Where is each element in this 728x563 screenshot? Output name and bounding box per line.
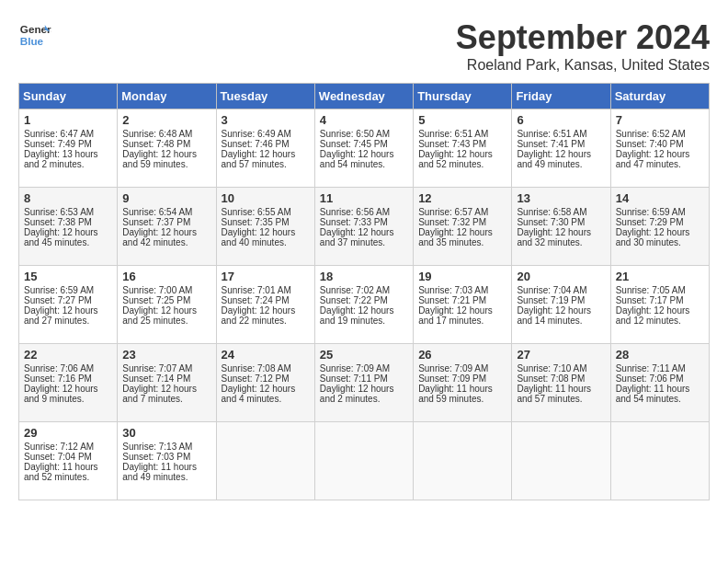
day-number: 21 xyxy=(616,270,704,283)
calendar-week: 22Sunrise: 7:06 AMSunset: 7:16 PMDayligh… xyxy=(19,344,710,422)
day-info: and 2 minutes. xyxy=(24,159,112,169)
day-info: Daylight: 12 hours xyxy=(320,305,408,316)
day-info: and 22 minutes. xyxy=(222,316,310,326)
day-info: Daylight: 12 hours xyxy=(517,305,605,316)
day-info: Sunset: 7:09 PM xyxy=(418,373,506,384)
day-info: Sunset: 7:40 PM xyxy=(616,139,704,149)
weekday-header: Thursday xyxy=(414,84,512,109)
day-number: 6 xyxy=(517,113,605,127)
weekday-header: Sunday xyxy=(19,84,118,109)
calendar-week: 8Sunrise: 6:53 AMSunset: 7:38 PMDaylight… xyxy=(19,188,710,266)
location-title: Roeland Park, Kansas, United States xyxy=(456,57,710,74)
day-info: Daylight: 12 hours xyxy=(616,227,704,237)
day-number: 13 xyxy=(517,191,605,205)
day-number: 16 xyxy=(122,270,210,283)
logo-icon: General Blue xyxy=(18,18,51,52)
day-number: 22 xyxy=(24,348,112,362)
weekday-header: Friday xyxy=(512,84,610,109)
day-info: Sunset: 7:29 PM xyxy=(616,217,704,227)
day-info: Daylight: 11 hours xyxy=(122,462,210,472)
day-info: Sunrise: 7:01 AM xyxy=(222,285,310,295)
day-info: Daylight: 12 hours xyxy=(616,305,704,316)
day-info: Sunrise: 6:51 AM xyxy=(517,129,605,139)
calendar-day: 7Sunrise: 6:52 AMSunset: 7:40 PMDaylight… xyxy=(610,109,709,188)
calendar-day: 5Sunrise: 6:51 AMSunset: 7:43 PMDaylight… xyxy=(414,109,512,188)
day-info: and 49 minutes. xyxy=(517,159,605,169)
day-info: Sunset: 7:37 PM xyxy=(122,217,210,227)
day-info: Sunrise: 6:59 AM xyxy=(616,207,704,217)
day-info: Sunset: 7:19 PM xyxy=(517,295,605,305)
day-number: 26 xyxy=(418,348,506,362)
calendar-day: 29Sunrise: 7:12 AMSunset: 7:04 PMDayligh… xyxy=(19,422,118,500)
day-info: Sunrise: 6:48 AM xyxy=(122,129,210,139)
day-info: and 7 minutes. xyxy=(122,394,210,404)
day-info: and 42 minutes. xyxy=(122,237,210,247)
calendar-day: 18Sunrise: 7:02 AMSunset: 7:22 PMDayligh… xyxy=(314,266,413,344)
day-info: Sunset: 7:22 PM xyxy=(320,295,408,305)
day-info: and 57 minutes. xyxy=(517,394,605,404)
day-number: 24 xyxy=(222,348,310,362)
day-info: and 32 minutes. xyxy=(517,237,605,247)
calendar-day: 14Sunrise: 6:59 AMSunset: 7:29 PMDayligh… xyxy=(610,188,709,266)
calendar-day: 28Sunrise: 7:11 AMSunset: 7:06 PMDayligh… xyxy=(610,344,709,422)
day-info: Sunset: 7:32 PM xyxy=(418,217,506,227)
day-info: Daylight: 12 hours xyxy=(320,149,408,159)
day-info: and 52 minutes. xyxy=(418,159,506,169)
day-info: Daylight: 12 hours xyxy=(222,227,310,237)
day-number: 20 xyxy=(517,270,605,283)
day-number: 1 xyxy=(24,113,112,127)
day-info: Daylight: 11 hours xyxy=(24,462,112,472)
weekday-header: Monday xyxy=(118,84,216,109)
day-info: Daylight: 12 hours xyxy=(517,227,605,237)
calendar-day: 12Sunrise: 6:57 AMSunset: 7:32 PMDayligh… xyxy=(414,188,512,266)
day-number: 17 xyxy=(222,270,310,283)
day-number: 5 xyxy=(418,113,506,127)
calendar-week: 1Sunrise: 6:47 AMSunset: 7:49 PMDaylight… xyxy=(19,109,710,188)
day-info: and 59 minutes. xyxy=(418,394,506,404)
day-info: Daylight: 12 hours xyxy=(24,384,112,394)
calendar-day: 21Sunrise: 7:05 AMSunset: 7:17 PMDayligh… xyxy=(610,266,709,344)
day-info: Sunset: 7:17 PM xyxy=(616,295,704,305)
day-info: Daylight: 12 hours xyxy=(24,305,112,316)
weekday-header: Tuesday xyxy=(216,84,314,109)
day-number: 25 xyxy=(320,348,408,362)
day-info: Sunrise: 7:08 AM xyxy=(222,363,310,373)
day-info: Sunrise: 7:07 AM xyxy=(122,363,210,373)
day-info: and 27 minutes. xyxy=(24,316,112,326)
day-info: and 49 minutes. xyxy=(122,472,210,482)
day-info: and 37 minutes. xyxy=(320,237,408,247)
calendar-day: 17Sunrise: 7:01 AMSunset: 7:24 PMDayligh… xyxy=(216,266,314,344)
day-info: Sunrise: 7:10 AM xyxy=(517,363,605,373)
day-info: Sunset: 7:38 PM xyxy=(24,217,112,227)
day-info: Sunrise: 7:03 AM xyxy=(418,285,506,295)
day-number: 11 xyxy=(320,191,408,205)
calendar-table: SundayMondayTuesdayWednesdayThursdayFrid… xyxy=(18,83,710,500)
day-info: Sunset: 7:11 PM xyxy=(320,373,408,384)
day-info: Daylight: 12 hours xyxy=(418,149,506,159)
day-info: Sunrise: 7:05 AM xyxy=(616,285,704,295)
calendar-day: 25Sunrise: 7:09 AMSunset: 7:11 PMDayligh… xyxy=(314,344,413,422)
day-number: 28 xyxy=(616,348,704,362)
calendar-day: 6Sunrise: 6:51 AMSunset: 7:41 PMDaylight… xyxy=(512,109,610,188)
calendar-day: 10Sunrise: 6:55 AMSunset: 7:35 PMDayligh… xyxy=(216,188,314,266)
day-number: 12 xyxy=(418,191,506,205)
day-number: 18 xyxy=(320,270,408,283)
day-info: Daylight: 13 hours xyxy=(24,149,112,159)
weekday-header: Wednesday xyxy=(314,84,413,109)
calendar-week: 15Sunrise: 6:59 AMSunset: 7:27 PMDayligh… xyxy=(19,266,710,344)
day-info: Daylight: 11 hours xyxy=(616,384,704,394)
day-info: Sunrise: 6:56 AM xyxy=(320,207,408,217)
day-number: 15 xyxy=(24,270,112,283)
calendar-day: 22Sunrise: 7:06 AMSunset: 7:16 PMDayligh… xyxy=(19,344,118,422)
day-info: and 54 minutes. xyxy=(320,159,408,169)
calendar-day: 4Sunrise: 6:50 AMSunset: 7:45 PMDaylight… xyxy=(314,109,413,188)
day-info: Sunset: 7:27 PM xyxy=(24,295,112,305)
day-number: 19 xyxy=(418,270,506,283)
day-info: Sunset: 7:21 PM xyxy=(418,295,506,305)
day-info: Daylight: 12 hours xyxy=(320,227,408,237)
day-number: 27 xyxy=(517,348,605,362)
day-number: 10 xyxy=(222,191,310,205)
logo: General Blue xyxy=(18,18,51,52)
day-info: Sunrise: 6:54 AM xyxy=(122,207,210,217)
title-block: September 2024 Roeland Park, Kansas, Uni… xyxy=(456,18,710,74)
